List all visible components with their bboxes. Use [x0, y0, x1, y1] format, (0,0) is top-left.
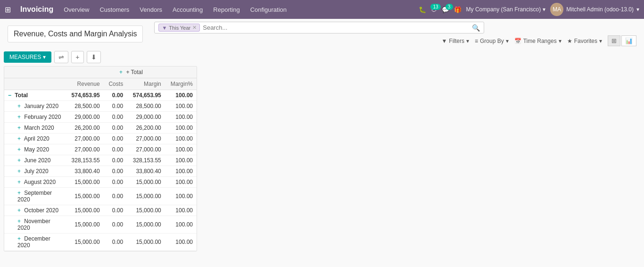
user-dropdown-icon: ▾ — [636, 6, 639, 13]
table-row: + May 2020 27,000.00 0.00 27,000.00 100.… — [4, 144, 197, 155]
filter-tag-icon: ▼ — [162, 25, 167, 31]
search-filter-tag[interactable]: ▼ This Year ✕ — [158, 24, 200, 32]
nav-vendors[interactable]: Vendors — [135, 3, 167, 16]
timeranges-button[interactable]: 📅 Time Ranges ▾ — [514, 38, 561, 44]
search-input[interactable] — [203, 24, 469, 31]
expand-icon[interactable]: + — [17, 103, 21, 109]
expand-icon[interactable]: + — [17, 218, 21, 225]
nav-configuration[interactable]: Configuration — [246, 3, 291, 16]
nav-overview[interactable]: Overview — [59, 3, 94, 16]
row-margin-pct: 100.00 — [165, 177, 197, 188]
measures-label: MEASURES — [9, 54, 41, 60]
row-revenue: 15,000.00 — [66, 234, 104, 251]
row-label-text: April 2020 — [24, 135, 50, 142]
row-label-text: January 2020 — [24, 103, 58, 109]
nav-left: ⊞ Invoicing Overview Customers Vendors A… — [5, 3, 291, 16]
nav-reporting[interactable]: Reporting — [208, 3, 244, 16]
expand-icon[interactable]: + — [17, 179, 21, 185]
nav-customers[interactable]: Customers — [95, 3, 134, 16]
marginpct-col-header: Margin% — [165, 78, 197, 90]
costs-col-header: Costs — [104, 78, 127, 90]
row-margin-pct: 100.00 — [165, 90, 197, 101]
star-icon: ★ — [567, 38, 572, 44]
row-revenue: 29,000.00 — [66, 112, 104, 123]
expand-icon[interactable]: + — [17, 146, 21, 153]
user-avatar: MA — [550, 3, 563, 16]
search-button[interactable]: 🔍 — [472, 24, 480, 32]
groupby-label: Group By — [480, 38, 504, 44]
expand-icon[interactable]: + — [17, 157, 21, 164]
report-toolbar: MEASURES ▾ ⇌ + ⬇ — [0, 48, 644, 66]
gift-icon-btn[interactable]: 🎁 — [454, 6, 462, 13]
favorites-button[interactable]: ★ Favorites ▾ — [567, 38, 602, 44]
total-header[interactable]: + + Total — [66, 67, 197, 78]
timeranges-label: Time Ranges — [523, 38, 557, 44]
row-label: + June 2020 — [4, 155, 66, 166]
table-row: + November 2020 15,000.00 0.00 15,000.00… — [4, 216, 197, 234]
calendar-icon: 📅 — [514, 38, 521, 44]
bug-icon-btn[interactable]: 🐛 — [419, 6, 426, 13]
row-margin-pct: 100.00 — [165, 144, 197, 155]
row-label-text: December 2020 — [17, 235, 50, 249]
row-label-text: September 2020 — [17, 190, 52, 203]
clock-badge: 13 — [430, 4, 440, 10]
adjust-columns-button[interactable]: ⇌ — [54, 51, 68, 63]
expand-icon[interactable]: + — [17, 190, 21, 196]
view-toggle: ⊞ 📊 — [608, 35, 636, 46]
clock-icon-btn[interactable]: ⏱ 13 — [431, 6, 437, 13]
measures-button[interactable]: MEASURES ▾ — [4, 51, 51, 63]
grid-menu-icon[interactable]: ⊞ — [5, 5, 11, 14]
row-margin: 26,200.00 — [127, 123, 165, 134]
nav-accounting[interactable]: Accounting — [168, 3, 207, 16]
row-margin: 33,800.40 — [127, 166, 165, 177]
row-label-text: Total — [15, 92, 28, 99]
row-costs: 0.00 — [104, 123, 127, 134]
expand-icon[interactable]: + — [17, 235, 21, 242]
expand-total-icon[interactable]: + — [119, 69, 123, 75]
row-margin: 574,653.95 — [127, 90, 165, 101]
add-measure-button[interactable]: + — [71, 51, 83, 63]
row-margin: 28,500.00 — [127, 101, 165, 112]
favorites-label: Favorites — [574, 38, 597, 44]
expand-icon[interactable]: + — [17, 207, 21, 214]
expand-icon[interactable]: + — [17, 135, 21, 142]
expand-icon[interactable]: + — [17, 114, 21, 120]
expand-icon[interactable]: + — [17, 125, 21, 131]
table-row: + July 2020 33,800.40 0.00 33,800.40 100… — [4, 166, 197, 177]
table-row: + September 2020 15,000.00 0.00 15,000.0… — [4, 188, 197, 205]
row-margin-pct: 100.00 — [165, 155, 197, 166]
user-menu[interactable]: MA Mitchell Admin (odoo-13.0) ▾ — [550, 3, 639, 16]
row-costs: 0.00 — [104, 101, 127, 112]
table-row: + February 2020 29,000.00 0.00 29,000.00… — [4, 112, 197, 123]
table-row: + August 2020 15,000.00 0.00 15,000.00 1… — [4, 177, 197, 188]
row-label: + March 2020 — [4, 123, 66, 134]
main-menu: Overview Customers Vendors Accounting Re… — [59, 3, 291, 16]
row-margin-pct: 100.00 — [165, 216, 197, 234]
row-label: + May 2020 — [4, 144, 66, 155]
row-label-text: May 2020 — [24, 146, 49, 153]
chat-icon-btn[interactable]: 💬 3 — [442, 6, 449, 13]
grid-view-button[interactable]: ⊞ — [608, 35, 620, 46]
groupby-button[interactable]: ≡ Group By ▾ — [475, 38, 509, 44]
filter-row: ▼ Filters ▾ ≡ Group By ▾ 📅 Time Ranges ▾… — [154, 33, 640, 48]
row-label: − Total — [4, 90, 66, 101]
chart-view-button[interactable]: 📊 — [621, 35, 636, 46]
row-margin: 27,000.00 — [127, 134, 165, 144]
row-margin: 27,000.00 — [127, 144, 165, 155]
row-label: + July 2020 — [4, 166, 66, 177]
timeranges-arrow-icon: ▾ — [559, 38, 561, 44]
table-row: − Total 574,653.95 0.00 574,653.95 100.0… — [4, 90, 197, 101]
row-label-text: February 2020 — [24, 114, 61, 120]
filters-button[interactable]: ▼ Filters ▾ — [441, 38, 469, 44]
company-selector[interactable]: My Company (San Francisco) ▾ — [466, 6, 546, 13]
row-margin: 15,000.00 — [127, 234, 165, 251]
row-revenue: 28,500.00 — [66, 101, 104, 112]
row-margin: 15,000.00 — [127, 177, 165, 188]
filter-tag-close[interactable]: ✕ — [192, 25, 197, 31]
download-button[interactable]: ⬇ — [87, 51, 101, 63]
page-title: Revenue, Costs and Margin Analysis — [14, 30, 137, 38]
row-revenue: 328,153.55 — [66, 155, 104, 166]
collapse-icon[interactable]: − — [8, 92, 11, 99]
row-costs: 0.00 — [104, 134, 127, 144]
expand-icon[interactable]: + — [17, 168, 21, 175]
